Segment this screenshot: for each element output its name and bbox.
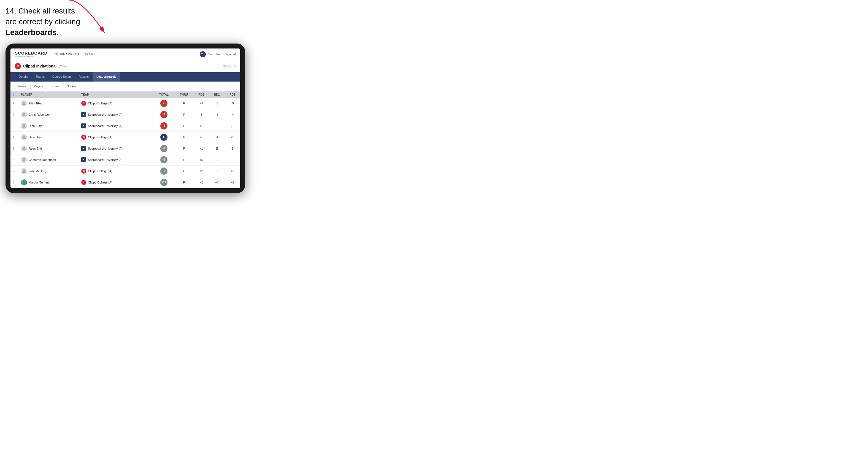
nav-bar: SCOREBOARD Powered by clippd TOURNAMENTS… bbox=[10, 49, 240, 60]
cell-team: ■Scoreboard University [A] bbox=[79, 109, 153, 120]
instruction-line1: 14. Check all results bbox=[5, 7, 75, 15]
cell-player: Marcus Turners bbox=[19, 177, 79, 188]
svg-point-5 bbox=[23, 147, 25, 149]
cell-rd2: E bbox=[209, 143, 225, 154]
filter-teams-button[interactable]: Teams bbox=[15, 84, 29, 89]
nav-link-tournaments[interactable]: TOURNAMENTS bbox=[54, 53, 79, 56]
logo-area: SCOREBOARD Powered by clippd bbox=[15, 51, 48, 58]
tournament-title-area: C Clippd Invitational (Men) bbox=[15, 63, 67, 69]
cell-rd1: +3 bbox=[193, 98, 209, 109]
cell-team: CClippd College [A] bbox=[79, 165, 153, 177]
cell-player: Rich Butler bbox=[19, 120, 79, 131]
cell-rd2: -6 bbox=[209, 98, 225, 109]
cell-rd1: +1 bbox=[193, 143, 209, 154]
tab-leaderboards[interactable]: Leaderboards bbox=[93, 72, 120, 82]
nav-links: TOURNAMENTS TEAMS bbox=[54, 53, 96, 56]
tournament-name: Clippd Invitational bbox=[23, 64, 57, 68]
cell-rank: 1 bbox=[10, 98, 19, 109]
svg-point-4 bbox=[23, 135, 25, 137]
cell-total: +6 bbox=[153, 154, 174, 165]
leaderboard-body: 1Elliot EbertCClippd College [A]-8F+3-6-… bbox=[10, 98, 240, 188]
cell-rd3: -4 bbox=[224, 109, 240, 120]
tournament-header: C Clippd Invitational (Men) Cancel ✕ bbox=[10, 60, 240, 72]
cell-rd3: +2 bbox=[224, 177, 240, 188]
tournament-type: (Men) bbox=[59, 64, 67, 68]
cell-thru: F bbox=[174, 177, 193, 188]
table-row: 3Rich Butler■Scoreboard University [A]-2… bbox=[10, 120, 240, 131]
cancel-label: Cancel bbox=[223, 64, 232, 68]
cell-thru: F bbox=[174, 165, 193, 177]
filter-players-button[interactable]: Players bbox=[31, 84, 46, 89]
cell-team: ■Scoreboard University [A] bbox=[79, 143, 153, 154]
cell-rank: 7 bbox=[10, 165, 19, 177]
cell-rank: 2 bbox=[10, 109, 19, 120]
cell-team: CClippd College [A] bbox=[79, 131, 153, 143]
cell-rank: 4 bbox=[10, 131, 19, 143]
close-icon: ✕ bbox=[233, 64, 236, 68]
table-row: 4David FordCClippd College [A]EF+1-4+3 bbox=[10, 131, 240, 143]
tournament-logo: C bbox=[15, 63, 21, 69]
cell-rd1: +1 bbox=[193, 131, 209, 143]
nav-right: TU Test User | Sign out bbox=[200, 51, 236, 57]
cell-team: ■Scoreboard University [A] bbox=[79, 154, 153, 165]
sign-out-link[interactable]: Sign out bbox=[225, 53, 236, 56]
table-row: 7Blair McHargCClippd College [A]+9F+2+1+… bbox=[10, 165, 240, 177]
user-avatar: TU bbox=[200, 51, 206, 57]
cell-player: Rees Britt bbox=[19, 143, 79, 154]
col-rd3: RD3 bbox=[224, 91, 240, 98]
col-spacer bbox=[98, 91, 153, 98]
cell-thru: F bbox=[174, 109, 193, 120]
filter-scores-button[interactable]: Scores bbox=[48, 84, 62, 89]
col-total: TOTAL bbox=[153, 91, 174, 98]
tablet-screen: SCOREBOARD Powered by clippd TOURNAMENTS… bbox=[10, 49, 240, 188]
table-header-row: # PLAYER TEAM TOTAL THRU RD1 RD2 RD3 bbox=[10, 91, 240, 98]
cell-rd3: +6 bbox=[224, 165, 240, 177]
tab-details[interactable]: Details bbox=[15, 72, 32, 82]
tabs-bar: Details Teams Course Setup Results Leade… bbox=[10, 72, 240, 82]
cell-total: +9 bbox=[153, 165, 174, 177]
tablet-frame: SCOREBOARD Powered by clippd TOURNAMENTS… bbox=[5, 43, 245, 193]
cell-total: -4 bbox=[153, 109, 174, 120]
cell-rd3: -1 bbox=[224, 154, 240, 165]
cell-rd2: +2 bbox=[209, 154, 225, 165]
tab-results[interactable]: Results bbox=[75, 72, 93, 82]
col-thru: THRU bbox=[174, 91, 193, 98]
cell-rank: 6 bbox=[10, 154, 19, 165]
cell-rd1: +1 bbox=[193, 120, 209, 131]
svg-point-7 bbox=[23, 169, 25, 171]
col-rd2: RD2 bbox=[209, 91, 225, 98]
tab-course-setup[interactable]: Course Setup bbox=[49, 72, 75, 82]
cell-team: CClippd College [A] bbox=[79, 98, 153, 109]
cell-rd3: -1 bbox=[224, 120, 240, 131]
cell-total: +1 bbox=[153, 143, 174, 154]
cell-thru: F bbox=[174, 120, 193, 131]
cell-thru: F bbox=[174, 154, 193, 165]
cancel-button[interactable]: Cancel ✕ bbox=[223, 64, 236, 68]
filter-bar: Teams Players Scores Strokes bbox=[10, 82, 240, 91]
table-row: 2Chris Robertson■Scoreboard University [… bbox=[10, 109, 240, 120]
filter-strokes-button[interactable]: Strokes bbox=[64, 84, 79, 89]
leaderboard-table: # PLAYER TEAM TOTAL THRU RD1 RD2 RD3 1El… bbox=[10, 91, 240, 188]
tab-teams[interactable]: Teams bbox=[32, 72, 49, 82]
cell-player: Chris Robertson bbox=[19, 109, 79, 120]
table-row: 6Cameron Robertson■Scoreboard University… bbox=[10, 154, 240, 165]
cell-rd1: +2 bbox=[193, 165, 209, 177]
cell-thru: F bbox=[174, 131, 193, 143]
nav-link-teams[interactable]: TEAMS bbox=[85, 53, 96, 56]
cell-player: David Ford bbox=[19, 131, 79, 143]
cell-thru: F bbox=[174, 143, 193, 154]
instruction-text: 14. Check all results are correct by cli… bbox=[5, 5, 110, 38]
cell-thru: F bbox=[174, 98, 193, 109]
cell-rd2: -2 bbox=[209, 120, 225, 131]
svg-point-6 bbox=[23, 158, 25, 160]
cell-rd2: +7 bbox=[209, 177, 225, 188]
cell-rd1: -5 bbox=[193, 109, 209, 120]
cell-rank: 5 bbox=[10, 143, 19, 154]
logo-text: SCOREBOARD bbox=[15, 51, 48, 55]
table-row: 5Rees Britt■Scoreboard University [A]+1F… bbox=[10, 143, 240, 154]
cell-player: Elliot Ebert bbox=[19, 98, 79, 109]
cell-rd3: +3 bbox=[224, 131, 240, 143]
cell-rd3: E bbox=[224, 143, 240, 154]
cell-rd2: -4 bbox=[209, 131, 225, 143]
cell-team: CClippd College [A] bbox=[79, 177, 153, 188]
